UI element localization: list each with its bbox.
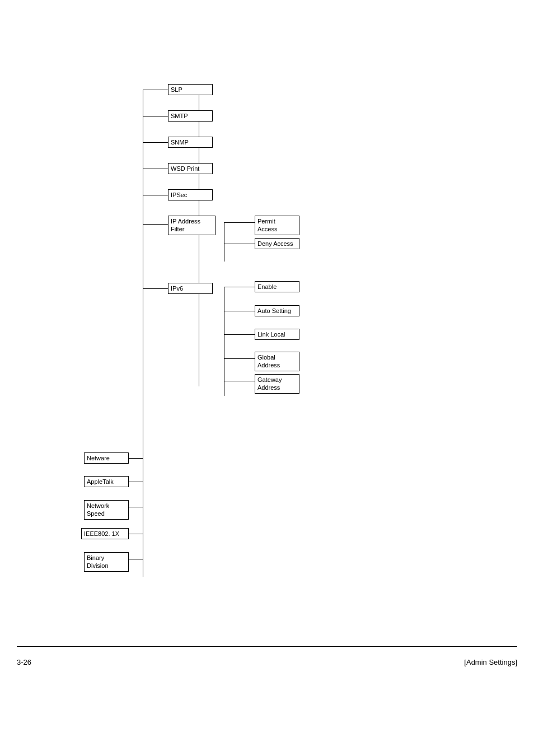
sub-trunk-line <box>199 90 199 386</box>
h-line-global-address <box>224 358 255 359</box>
node-wsd-print: WSD Print <box>168 163 213 174</box>
h-line-enable <box>224 287 255 287</box>
h-line-gateway-address <box>224 381 255 381</box>
footer-divider-line <box>17 646 517 647</box>
node-global-address: GlobalAddress <box>255 352 299 371</box>
node-smtp: SMTP <box>168 110 213 122</box>
node-ip-address-filter: IP AddressFilter <box>168 216 216 235</box>
h-line-deny <box>224 244 255 244</box>
node-ipsec: IPSec <box>168 189 213 200</box>
node-network-speed: NetworkSpeed <box>84 500 129 520</box>
node-gateway-address: GatewayAddress <box>255 374 299 394</box>
node-link-local: Link Local <box>255 329 299 340</box>
main-trunk-line <box>143 90 143 577</box>
node-slp: SLP <box>168 84 213 95</box>
node-appletalk: AppleTalk <box>84 476 129 487</box>
node-auto-setting: Auto Setting <box>255 305 299 316</box>
node-ipv6: IPv6 <box>168 283 213 294</box>
h-line-permit <box>224 222 255 223</box>
h-line-link-local <box>224 334 255 335</box>
node-deny-access: Deny Access <box>255 238 299 249</box>
page-number: 3-26 <box>17 658 31 666</box>
h-line-auto-setting <box>224 311 255 311</box>
ipv6-subtree-line <box>224 287 224 396</box>
node-snmp: SNMP <box>168 137 213 148</box>
node-enable: Enable <box>255 281 299 292</box>
node-netware: Netware <box>84 452 129 464</box>
node-permit-access: PermitAccess <box>255 216 299 235</box>
node-ieee802: IEEE802. 1X <box>81 528 129 539</box>
footer: 3-26 [Admin Settings] <box>17 658 517 666</box>
ip-filter-subtree-line <box>224 222 224 262</box>
node-binary-division: BinaryDivision <box>84 552 129 572</box>
section-title: [Admin Settings] <box>464 658 517 666</box>
page-container: SLP SMTP SNMP WSD Print IPSec IP Address… <box>0 0 534 756</box>
